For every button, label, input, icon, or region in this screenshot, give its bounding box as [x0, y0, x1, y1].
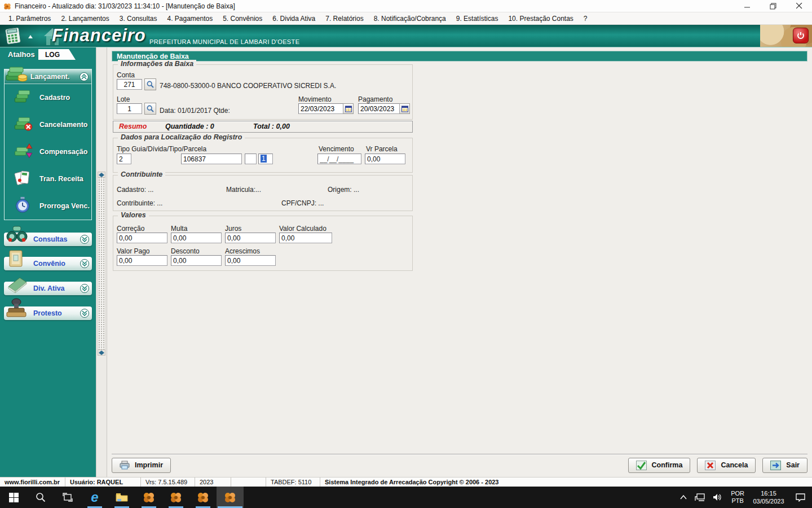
- chevron-up-icon[interactable]: [80, 72, 89, 81]
- vr-parcela-input[interactable]: [365, 154, 405, 164]
- chevron-down-icon[interactable]: [80, 284, 89, 293]
- taskbar-fiorilli-app-1[interactable]: [135, 487, 162, 508]
- header-dropdown-arrow-icon[interactable]: [28, 35, 33, 38]
- minimize-button[interactable]: [734, 0, 760, 12]
- taskbar-fiorilli-app-3[interactable]: [189, 487, 217, 508]
- multa-label: Multa: [171, 225, 187, 233]
- sidebar-item-compensacao[interactable]: Compensação: [5, 138, 91, 165]
- confirma-button[interactable]: Confirma: [628, 458, 691, 473]
- network-icon[interactable]: [691, 487, 709, 508]
- taskbar-file-explorer[interactable]: [108, 487, 135, 508]
- task-view-button[interactable]: [54, 487, 81, 508]
- sidebar-splitter[interactable]: [96, 47, 107, 477]
- menu-lancamentos[interactable]: 2. Lançamentos: [56, 12, 114, 24]
- fiorilli-app-icon: [197, 491, 209, 503]
- valor-calculado-input[interactable]: [279, 233, 332, 243]
- contribuinte-text: Contribuinte: ...: [117, 199, 162, 207]
- sidebar-group-divida-ativa[interactable]: Div. Ativa: [4, 282, 92, 295]
- calculator-icon[interactable]: [5, 28, 23, 45]
- menu-convenios[interactable]: 5. Convênios: [218, 12, 267, 24]
- splitter-handle[interactable]: [98, 172, 105, 356]
- splitter-collapse-buttons[interactable]: [98, 349, 105, 356]
- binoculars-icon: [5, 224, 29, 246]
- correcao-input[interactable]: [117, 233, 167, 243]
- money-stack-icon: [6, 64, 28, 85]
- multa-input[interactable]: [171, 233, 222, 243]
- menu-parametros[interactable]: 1. Parâmetros: [3, 12, 56, 24]
- sidebar-item-cadastro[interactable]: Cadastro: [5, 84, 91, 111]
- imprimir-button[interactable]: Imprimir: [112, 458, 171, 473]
- pagamento-label: Pagamento: [358, 95, 392, 103]
- group-title: Contribuinte: [118, 170, 165, 178]
- power-exit-button[interactable]: [793, 28, 809, 43]
- sidebar-group-consultas[interactable]: Consultas: [4, 233, 92, 246]
- money-exchange-icon: [14, 143, 36, 161]
- sidebar-item-label: Tran. Receita: [39, 175, 83, 183]
- calendar-icon[interactable]: [400, 103, 410, 114]
- cancela-button[interactable]: Cancela: [697, 458, 756, 473]
- taskbar-internet-explorer[interactable]: e: [81, 487, 108, 508]
- movimento-date-input[interactable]: [298, 103, 343, 114]
- menu-estatisticas[interactable]: 9. Estatísticas: [451, 12, 504, 24]
- menu-pagamentos[interactable]: 4. Pagamentos: [162, 12, 218, 24]
- chevron-down-icon[interactable]: [80, 235, 89, 244]
- splitter-collapse-buttons[interactable]: [98, 172, 105, 178]
- juros-input[interactable]: [225, 233, 276, 243]
- calendar-icon[interactable]: [343, 103, 354, 114]
- language-indicator[interactable]: POR PTB: [727, 487, 748, 508]
- menu-help[interactable]: ?: [579, 12, 593, 24]
- log-tab[interactable]: LOG: [38, 49, 76, 60]
- menu-relatorios[interactable]: 7. Relatórios: [320, 12, 368, 24]
- tray-chevron-up-icon[interactable]: [676, 487, 691, 508]
- taskbar-fiorilli-app-2[interactable]: [162, 487, 189, 508]
- arrow-right-icon[interactable]: [102, 351, 104, 355]
- tipo-input[interactable]: [117, 154, 131, 164]
- menu-notificacao-cobranca[interactable]: 8. Notificação/Cobrança: [369, 12, 451, 24]
- clock[interactable]: 16:15 03/05/2023: [748, 487, 789, 508]
- conta-input[interactable]: [117, 79, 142, 90]
- chevron-down-icon[interactable]: [80, 309, 89, 318]
- desconto-input[interactable]: [171, 255, 222, 266]
- sidebar-group-lancamento-header[interactable]: Lançament.: [5, 69, 91, 84]
- sair-button[interactable]: Sair: [762, 458, 807, 473]
- receipt-cards-icon: [14, 169, 36, 189]
- action-center-button[interactable]: [789, 487, 812, 508]
- taskbar-fiorilli-app-active[interactable]: [217, 487, 244, 508]
- arrow-right-icon[interactable]: [102, 173, 104, 177]
- sidebar-group-protesto[interactable]: Protesto: [4, 306, 92, 320]
- valor-pago-input[interactable]: [117, 255, 167, 266]
- sidebar-item-cancelamento[interactable]: Cancelamento: [5, 111, 91, 138]
- acrescimos-input[interactable]: [225, 255, 276, 266]
- sidebar-item-tran-receita[interactable]: Tran. Receita: [5, 165, 91, 192]
- sidebar-group-label: Convênio: [33, 260, 65, 268]
- resumo-total: Total : 0,00: [253, 122, 290, 130]
- lote-data-text: Data: 01/01/2017 Qtde:: [160, 107, 230, 115]
- lote-input[interactable]: [117, 103, 142, 114]
- lote-search-button[interactable]: [144, 103, 156, 115]
- restore-button[interactable]: [760, 0, 786, 12]
- vencimento-input[interactable]: [317, 154, 361, 164]
- menu-consultas[interactable]: 3. Consultas: [114, 12, 162, 24]
- conta-search-button[interactable]: [144, 78, 156, 90]
- volume-icon[interactable]: [709, 487, 727, 508]
- sidebar-item-label: Prorroga Venc.: [39, 202, 90, 210]
- app-header: Financeiro PREFEITURA MUNICIPAL DE LAMBA…: [0, 25, 812, 47]
- group-contribuinte: Contribuinte Cadastro: ... Matricula:...…: [113, 175, 413, 211]
- guia-input[interactable]: [181, 154, 242, 164]
- pagamento-date-input[interactable]: [358, 103, 400, 114]
- start-button[interactable]: [0, 487, 27, 508]
- menu-prestacao-contas[interactable]: 10. Prestação Contas: [503, 12, 578, 24]
- chevron-down-icon[interactable]: [80, 259, 89, 268]
- menu-divida-ativa[interactable]: 6. Divida Ativa: [267, 12, 320, 24]
- sidebar-item-prorroga-venc[interactable]: Prorroga Venc.: [5, 192, 91, 220]
- divida-tipo-input[interactable]: [245, 154, 257, 164]
- sidebar-group-convenio[interactable]: Convênio: [4, 257, 92, 270]
- parcela-input[interactable]: 1: [258, 154, 273, 164]
- confirm-check-icon: [636, 461, 647, 470]
- group-title: Dados para Localização do Registro: [118, 133, 245, 141]
- taskbar-search-button[interactable]: [27, 487, 54, 508]
- close-button[interactable]: [786, 0, 812, 12]
- conta-label: Conta: [117, 71, 135, 79]
- parcela-selected-text: 1: [261, 155, 267, 163]
- origem-text: Origem: ...: [328, 186, 359, 194]
